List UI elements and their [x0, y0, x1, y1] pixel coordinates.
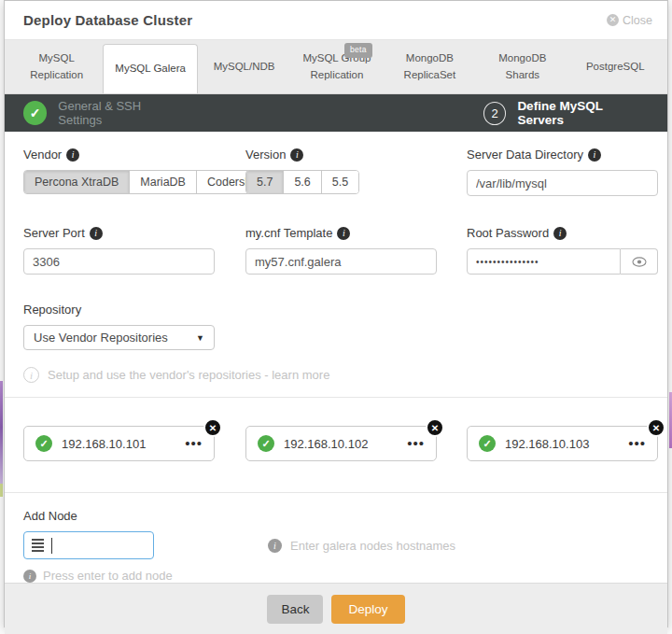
- eye-icon: [632, 257, 647, 267]
- node-card[interactable]: ✓ 192.168.10.102 ••• ✕: [245, 426, 437, 461]
- vendor-label: Vendor: [23, 148, 62, 162]
- close-button[interactable]: ✕ Close: [607, 14, 652, 27]
- data-directory-field: Server Data Directory i: [467, 148, 658, 196]
- tab-mysql-replication[interactable]: MySQL Replication: [10, 40, 103, 93]
- tab-postgresql[interactable]: PostgreSQL: [569, 40, 662, 93]
- mycnf-template-input[interactable]: [245, 248, 437, 275]
- repository-field: Repository Use Vendor Repositories ▼: [23, 303, 245, 350]
- mycnf-template-field: my.cnf Template i: [245, 226, 467, 275]
- screen: Deploy Database Cluster ✕ Close MySQL Re…: [0, 0, 672, 634]
- tab-mysql-galera[interactable]: MySQL Galera: [103, 44, 197, 93]
- node-menu-button[interactable]: •••: [407, 439, 425, 448]
- node-menu-button[interactable]: •••: [185, 439, 203, 448]
- dialog-footer: Back Deploy: [5, 583, 667, 634]
- data-directory-label: Server Data Directory: [467, 148, 583, 162]
- repository-hint-text: Setup and use the vendor's repositories …: [48, 368, 329, 382]
- node-ok-check-icon: ✓: [35, 435, 52, 452]
- node-remove-button[interactable]: ✕: [647, 418, 665, 437]
- show-password-button[interactable]: [621, 248, 658, 275]
- vendor-option-mariadb[interactable]: MariaDB: [129, 171, 196, 193]
- info-icon: i: [23, 570, 36, 583]
- galera-nodes-list: ✓ 192.168.10.101 ••• ✕ ✓ 192.168.10.102 …: [5, 398, 667, 461]
- vendor-option-percona[interactable]: Percona XtraDB: [24, 171, 129, 193]
- info-icon[interactable]: i: [290, 148, 303, 162]
- node-hostname: 192.168.10.102: [284, 437, 398, 451]
- info-icon[interactable]: i: [90, 227, 103, 240]
- background-page-edge: [0, 484, 3, 497]
- wizard-step-2: 2 Define MySQL Servers: [483, 99, 649, 127]
- close-label: Close: [623, 14, 652, 27]
- text-cursor: [51, 538, 52, 554]
- press-enter-hint-text: Press enter to add node: [43, 569, 173, 583]
- node-ok-check-icon: ✓: [258, 435, 274, 452]
- info-icon[interactable]: i: [553, 227, 567, 240]
- wizard-step-1[interactable]: ✓ General & SSH Settings: [23, 99, 185, 127]
- dialog-title: Deploy Database Cluster: [23, 12, 192, 28]
- version-field: Version i 5.7 5.6 5.5: [245, 148, 467, 196]
- background-page-edge: [0, 381, 3, 484]
- info-icon: i: [268, 539, 282, 553]
- info-icon[interactable]: i: [337, 227, 350, 240]
- node-card[interactable]: ✓ 192.168.10.101 ••• ✕: [23, 426, 215, 461]
- version-option-55[interactable]: 5.5: [321, 171, 358, 193]
- root-password-field: Root Password i: [467, 226, 658, 275]
- root-password-input[interactable]: [467, 248, 621, 275]
- add-node-input[interactable]: [23, 531, 154, 559]
- press-enter-hint: i Press enter to add node: [5, 559, 667, 583]
- add-node-label: Add Node: [23, 509, 649, 523]
- chevron-down-icon: ▼: [196, 333, 204, 343]
- add-node-hostnames-hint: i Enter galera nodes hostnames: [268, 539, 455, 553]
- mycnf-template-label: my.cnf Template: [245, 226, 332, 240]
- cluster-type-tabs: MySQL Replication MySQL Galera MySQL/NDB…: [5, 40, 667, 94]
- form-row-2: Server Port i my.cnf Template i Root Pas…: [5, 196, 667, 275]
- node-ok-check-icon: ✓: [479, 435, 496, 452]
- tab-mongodb-replicaset[interactable]: MongoDB ReplicaSet: [384, 40, 476, 93]
- node-hostname: 192.168.10.101: [62, 437, 175, 451]
- add-node-hostnames-hint-text: Enter galera nodes hostnames: [290, 539, 455, 553]
- wizard-step-1-label: General & SSH Settings: [58, 99, 185, 127]
- version-segmented-control: 5.7 5.6 5.5: [245, 170, 359, 194]
- wizard-step-2-label: Define MySQL Servers: [517, 99, 649, 127]
- tab-mysql-group-replication[interactable]: beta MySQL Group Replication: [290, 40, 383, 93]
- version-label: Version: [245, 148, 286, 162]
- root-password-label: Root Password: [467, 226, 549, 240]
- repository-selected-value: Use Vendor Repositories: [34, 331, 168, 345]
- step-complete-check-icon: ✓: [23, 101, 47, 125]
- root-password-group: [467, 248, 658, 275]
- info-icon[interactable]: i: [66, 148, 79, 162]
- form-row-1: Vendor i Percona XtraDB MariaDB Codershi…: [5, 132, 667, 196]
- form-row-3: Repository Use Vendor Repositories ▼: [5, 275, 667, 350]
- node-hostname: 192.168.10.103: [505, 437, 619, 451]
- vendor-segmented-control: Percona XtraDB MariaDB Codership: [23, 170, 272, 194]
- node-remove-button[interactable]: ✕: [426, 418, 444, 437]
- version-option-57[interactable]: 5.7: [246, 171, 283, 193]
- dialog-body: Vendor i Percona XtraDB MariaDB Codershi…: [5, 132, 667, 583]
- step-number-badge: 2: [483, 102, 506, 125]
- data-directory-input[interactable]: [467, 170, 658, 196]
- vendor-field: Vendor i Percona XtraDB MariaDB Codershi…: [23, 148, 245, 196]
- node-menu-button[interactable]: •••: [628, 439, 646, 448]
- close-icon: ✕: [607, 14, 619, 26]
- server-port-label: Server Port: [23, 226, 85, 240]
- add-node-section: Add Node i Enter galera nodes hostnames: [5, 493, 667, 559]
- deploy-button[interactable]: Deploy: [331, 595, 404, 624]
- node-card[interactable]: ✓ 192.168.10.103 ••• ✕: [467, 426, 658, 461]
- beta-badge: beta: [344, 43, 372, 58]
- back-button[interactable]: Back: [267, 595, 323, 624]
- repository-hint: i Setup and use the vendor's repositorie…: [5, 350, 667, 383]
- tab-mysql-ndb[interactable]: MySQL/NDB: [198, 40, 290, 93]
- version-option-56[interactable]: 5.6: [283, 171, 320, 193]
- repository-label: Repository: [23, 303, 81, 317]
- tab-mongodb-shards[interactable]: MongoDB Shards: [476, 40, 568, 93]
- node-list-icon: [32, 539, 44, 552]
- info-icon: i: [23, 367, 39, 383]
- repository-select[interactable]: Use Vendor Repositories ▼: [23, 325, 215, 350]
- server-port-input[interactable]: [23, 248, 215, 275]
- node-remove-button[interactable]: ✕: [203, 418, 222, 437]
- dialog-header: Deploy Database Cluster ✕ Close: [5, 1, 667, 40]
- server-port-field: Server Port i: [23, 226, 245, 275]
- deploy-database-cluster-dialog: Deploy Database Cluster ✕ Close MySQL Re…: [4, 0, 668, 627]
- wizard-steps-bar: ✓ General & SSH Settings 2 Define MySQL …: [5, 94, 667, 132]
- info-icon[interactable]: i: [588, 148, 601, 162]
